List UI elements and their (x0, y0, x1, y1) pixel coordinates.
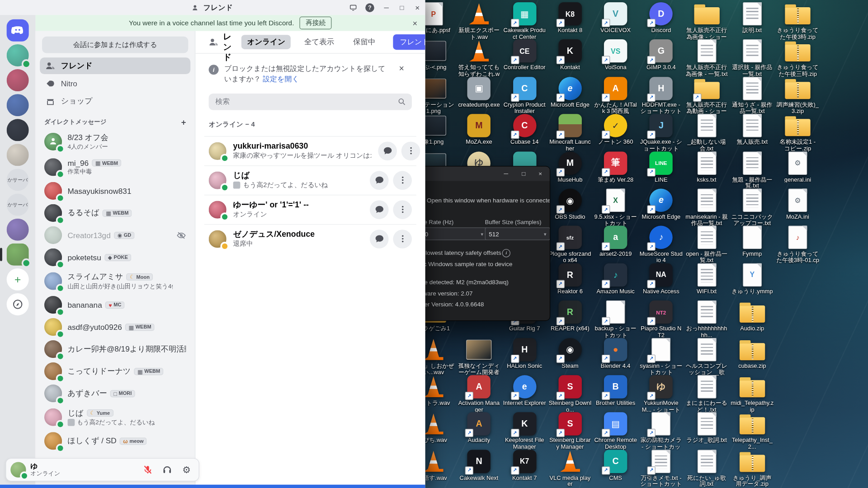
desktop-icon[interactable]: ↗家の防犯カメラ - ショートカット (640, 413, 683, 450)
desktop-icon[interactable]: VS↗VoiSona (594, 39, 637, 70)
desktop-icon[interactable]: ●↗Blender 4.4 (594, 338, 637, 369)
desktop-icon[interactable]: e↗Internet Explorer (503, 375, 546, 406)
dm-item[interactable]: あずきバー□MORI (40, 382, 190, 404)
desktop-icon[interactable]: sfz↗Plogue sforzando x64 (548, 226, 592, 263)
maximize-button[interactable]: □ (394, 0, 410, 15)
desktop-icon[interactable]: H↗HALion Sonic (503, 338, 546, 369)
desktop-icon[interactable]: 通知うざ - 親作品一覧.txt (731, 77, 774, 114)
banner-close-icon[interactable]: × (413, 18, 418, 28)
desktop-icon[interactable]: C↗Cubase 14 (503, 114, 546, 145)
desktop-icon[interactable]: ↗backup - ショートカット (594, 300, 637, 338)
desktop-icon[interactable]: きゅうり食ってた午後3時.zip (776, 2, 820, 40)
desktop-icon[interactable]: A↗Audacity (458, 413, 501, 444)
desktop-icon[interactable]: B↗Brother Utilities (594, 375, 637, 406)
desktop-icon[interactable]: MMoZA.exe (458, 114, 501, 145)
desktop-icon[interactable]: H↗HDDFMT.exe - ショートカット (640, 77, 683, 114)
desktop-icon[interactable]: ksks.txt (685, 151, 728, 183)
dm-item[interactable]: こってりドーナツ▦WEBM (40, 360, 190, 382)
desktop-icon[interactable]: K8↗Kontakt 8 (548, 2, 592, 33)
desktop-icon[interactable]: X↗9.5.xlsx - ショートカット (594, 189, 637, 226)
dm-item[interactable]: ほしくず / SDωmeow (40, 430, 190, 452)
desktop-icon[interactable]: 無人販売不正行為画像 - 一覧.txt (685, 39, 728, 77)
desktop-icon[interactable]: ↗無人販売不正行為動画 - ショートカット (685, 77, 728, 115)
message-button[interactable] (370, 230, 389, 249)
desktop-icon[interactable]: ◉↗OBS Studio (548, 189, 592, 220)
desktop-icon[interactable]: R↗REAPER (x64) (548, 300, 592, 332)
friend-row[interactable]: ゆーゆー' or '1'='1' --オンライン (204, 195, 416, 224)
popout-monitor-icon[interactable] (345, 0, 361, 15)
desktop-icon[interactable]: 死にたい_ゅ歌詞.txt (685, 450, 728, 487)
discord-titlebar[interactable]: フレンド ? ─ □ × (0, 0, 425, 15)
create-dm-button[interactable]: + (181, 117, 186, 127)
desktop-icon[interactable]: WIFI.txt (685, 263, 728, 295)
desktop-icon[interactable]: 新規エクスポート.wav (458, 2, 501, 40)
dm-item[interactable]: poketetsu◆POKE (40, 246, 190, 268)
more-options-button[interactable] (393, 230, 412, 249)
desktop-icon[interactable]: A↗かんたん！AITalk 3 関西風 (594, 77, 637, 114)
message-button[interactable] (378, 141, 397, 160)
desktop-icon[interactable]: V↗VOICEVOX (594, 2, 637, 33)
desktop-icon[interactable]: e↗Microsoft Edge (640, 189, 683, 220)
friend-row[interactable]: じばもう高2だってよ、だるいね (204, 165, 416, 195)
desktop-icon[interactable]: Telepathy_Inst_2... (731, 413, 774, 450)
desktop-icon[interactable]: 答え知ってても知らずわこれ.wav (458, 39, 501, 77)
desktop-icon[interactable]: 無題 - 親作品一覧.txt (731, 151, 774, 189)
server-icon[interactable] (7, 144, 29, 166)
desktop-icon[interactable]: Audio.zip (731, 300, 774, 332)
desktop-icon[interactable]: ↗万引きメモ.txt - ショートカット (640, 450, 683, 487)
server-icon[interactable]: かサーバ (7, 194, 29, 216)
desktop-icon[interactable]: A↗Activation Manager (458, 375, 501, 413)
desktop-icon[interactable]: C↗CMS (594, 450, 637, 481)
desktop-icon[interactable]: おっhhhhhhhhhhh... (685, 300, 728, 338)
desktop-icon[interactable]: ♪↗MuseScore Studio 4 (640, 226, 683, 263)
desktop-icon[interactable]: ◉↗Steam (548, 338, 592, 369)
buffer-size-select[interactable]: 512 ▾ (485, 227, 550, 240)
desktop-icon[interactable]: 筆↗筆まめ Ver.28 (594, 151, 637, 183)
dialog-close-button[interactable]: × (532, 167, 549, 181)
search-box[interactable] (209, 94, 412, 110)
message-button[interactable] (370, 200, 389, 219)
dm-item[interactable]: mi_96▦WEBM作業中毒 (40, 155, 190, 180)
desktop-icon[interactable]: 無人販売不正行為画像 - ショートカッ... (685, 2, 728, 40)
desktop-icon[interactable]: 無人販売.txt (731, 114, 774, 145)
desktop-icon[interactable]: R↗Reaktor 6 (548, 263, 592, 295)
dm-item[interactable]: スライムアミサ☾Moon山田と山田が好き(山田リョウと笑う4体の山) (40, 268, 190, 294)
server-icon[interactable] (7, 69, 29, 91)
desktop-icon[interactable]: NA↗Native Access (640, 263, 683, 295)
desktop-icon[interactable]: ラジオ_歌詞.txt (685, 413, 728, 444)
desktop-icon[interactable]: S↗Steinberg Library Manager (548, 413, 592, 450)
tab-保留中[interactable]: 保留中 (348, 35, 381, 49)
desktop-icon[interactable]: G↗GIMP 3.0.4 (640, 39, 683, 70)
tab-オンライン[interactable]: オンライン (241, 35, 291, 49)
desktop-icon[interactable]: manisekarin - 親作品一覧.txt (685, 189, 728, 226)
server-icon[interactable] (7, 244, 29, 266)
desktop-icon[interactable]: ゆ↗YukkuriMovieM... - ショートカット (640, 375, 683, 413)
desktop-icon[interactable]: Yきゅうり.ymmp (731, 263, 774, 295)
desktop-icon[interactable]: ニコニコバックアップコー.txt (731, 189, 774, 226)
desktop-icon[interactable]: ♪きゅうり食ってた午後3時-01.cpr (776, 226, 820, 264)
discover-servers-button[interactable] (7, 293, 29, 315)
tab-全て表示[interactable]: 全て表示 (299, 35, 340, 49)
desktop-icon[interactable]: きゅうり食ってた午後三時.zip (776, 39, 820, 77)
desktop-icon[interactable]: 説明.txt (731, 2, 774, 33)
dm-item[interactable]: じば☾Yumeもう高2だってよ、だるいね (40, 404, 190, 430)
desktop-icon[interactable]: まにまにわーるど！.txt (685, 375, 728, 413)
desktop-icon[interactable]: ▣createdump.exe (458, 77, 501, 108)
friend-row[interactable]: yukkuri-marisa0630家康の家やっすツールを操ツール オリコンはオ… (204, 136, 416, 165)
desktop-icon[interactable]: 名称未設定1 - コピー.zip (776, 114, 820, 151)
dm-item[interactable]: るるそば▦WEBM (40, 202, 190, 224)
desktop-icon[interactable]: ヘルスコンプレッション__歌詞.txt (685, 338, 728, 376)
join-or-create-conversation-button[interactable]: 会話に参加または作成する (42, 37, 188, 53)
dm-item[interactable]: カレー卯丼@8/19より期限不明活動... (40, 338, 190, 360)
desktop-icon[interactable]: 調声練習(失敗)_3.zip (776, 77, 820, 114)
desktop-icon[interactable]: K↗Kontakt (548, 39, 592, 70)
dm-item[interactable]: bananana♥MC (40, 294, 190, 316)
home-button[interactable] (7, 19, 29, 42)
desktop-icon[interactable]: ↗syasinn - ショートカット (640, 338, 683, 375)
desktop-icon[interactable]: CE↗Controller Editor (503, 39, 546, 70)
more-options-button[interactable] (401, 141, 420, 160)
server-icon[interactable] (7, 44, 29, 66)
server-icon[interactable] (7, 94, 29, 116)
desktop-icon[interactable]: K7↗Kontakt 7 (503, 450, 546, 481)
microphone-muted-icon[interactable] (140, 462, 156, 477)
